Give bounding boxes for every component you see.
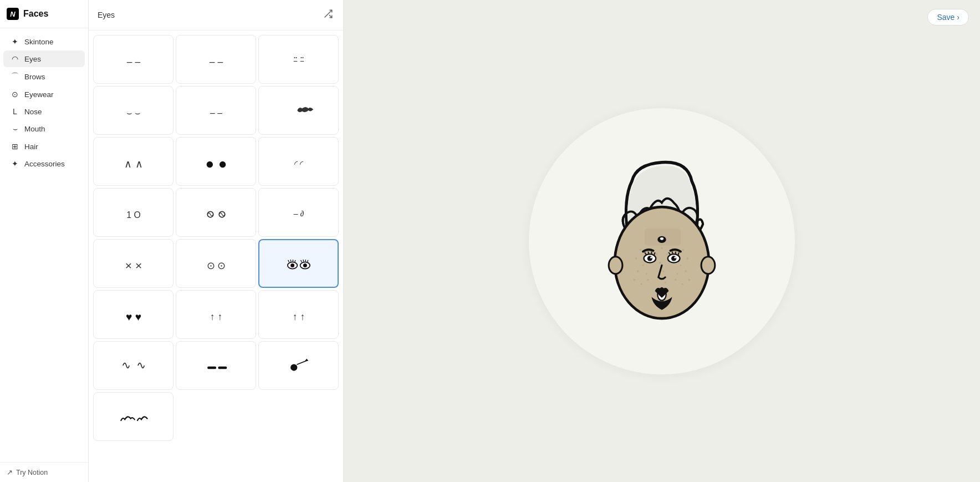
svg-line-25: [303, 260, 303, 262]
svg-point-50: [685, 270, 687, 272]
eye-style-svg-13: × ×: [114, 244, 153, 283]
shuffle-button[interactable]: [322, 8, 334, 22]
eye-option-cell[interactable]: [93, 341, 173, 390]
eye-option-cell[interactable]: – –: [176, 35, 256, 84]
eyes-grid-container: – –– ––̈ –̈⌣ ⌣– –∧ ∧● ●◜ ◜1 O– ∂× ×⊙ ⊙ ♥…: [89, 31, 343, 482]
svg-point-53: [682, 283, 683, 285]
eye-option-cell[interactable]: × ×: [93, 239, 173, 288]
eye-option-cell[interactable]: – –: [93, 35, 173, 84]
eye-option-cell[interactable]: [176, 188, 256, 237]
skintone-icon: ✦: [10, 37, 20, 46]
sidebar: N Faces ✦Skintone◠Eyes⌒Brows⊙EyewearLNos…: [0, 0, 89, 482]
eye-style-svg-10: 1 O: [114, 193, 153, 232]
sidebar-item-skintone[interactable]: ✦Skintone: [3, 33, 85, 50]
svg-text:⌣ ⌣: ⌣ ⌣: [126, 108, 140, 118]
accessories-icon: ✦: [10, 159, 20, 168]
svg-point-44: [640, 283, 642, 285]
notion-logo-icon: N: [7, 8, 19, 20]
eye-option-cell[interactable]: [258, 341, 339, 390]
eye-style-svg-8: ● ●: [197, 142, 236, 181]
eye-option-cell[interactable]: [258, 239, 339, 288]
svg-point-54: [675, 278, 677, 281]
svg-rect-32: [218, 367, 227, 369]
sidebar-item-hair[interactable]: ⊞Hair: [3, 138, 85, 155]
svg-point-49: [680, 264, 681, 266]
eye-style-svg-21: [279, 346, 318, 385]
eye-option-cell[interactable]: ● ●: [176, 137, 256, 186]
mouth-icon: ⌣: [10, 124, 20, 134]
svg-text:– –: – –: [209, 56, 223, 67]
eye-option-cell[interactable]: –̈ –̈: [258, 35, 339, 84]
svg-text:● ●: ● ●: [205, 155, 227, 172]
svg-point-41: [637, 270, 639, 272]
svg-line-24: [300, 260, 302, 262]
sidebar-item-label-nose: Nose: [24, 108, 42, 116]
svg-line-18: [288, 260, 289, 262]
eye-style-svg-3: –̈ –̈: [279, 40, 318, 79]
svg-point-66: [660, 237, 663, 240]
eye-option-cell[interactable]: [93, 392, 173, 441]
svg-text:⊙ ⊙: ⊙ ⊙: [206, 260, 226, 271]
sidebar-item-label-accessories: Accessories: [24, 160, 65, 168]
sidebar-item-label-brows: Brows: [24, 73, 45, 81]
eye-option-cell[interactable]: ⌣ ⌣: [93, 86, 173, 135]
svg-text:– –: – –: [126, 56, 140, 67]
svg-text:–̈  –̈: –̈ –̈: [293, 56, 304, 65]
eye-style-svg-15: [279, 244, 318, 283]
eye-option-cell[interactable]: 1 O: [93, 188, 173, 237]
svg-point-37: [640, 248, 642, 251]
eye-option-cell[interactable]: – –: [176, 86, 256, 135]
sidebar-item-nose[interactable]: LNose: [3, 103, 85, 120]
svg-point-52: [688, 278, 691, 281]
svg-point-68: [647, 256, 652, 261]
try-notion-link[interactable]: ↗ Try Notion: [0, 462, 88, 482]
sidebar-item-eyes[interactable]: ◠Eyes: [3, 50, 85, 67]
app-title: Faces: [23, 9, 48, 19]
save-button[interactable]: Save ›: [927, 9, 969, 26]
eye-option-cell[interactable]: [176, 341, 256, 390]
svg-point-51: [676, 273, 678, 275]
eye-option-cell[interactable]: [258, 86, 339, 135]
eye-option-cell[interactable]: ∧ ∧: [93, 137, 173, 186]
eye-style-svg-4: ⌣ ⌣: [114, 91, 153, 130]
panel-header: Eyes: [89, 0, 343, 31]
face-preview-circle: [529, 108, 795, 374]
svg-point-69: [650, 256, 652, 258]
svg-text:× ×: × ×: [125, 259, 141, 272]
hair-icon: ⊞: [10, 142, 20, 151]
canvas-area: Save ›: [344, 0, 980, 482]
eye-option-cell[interactable]: ◜ ◜: [258, 137, 339, 186]
svg-point-39: [635, 257, 637, 260]
svg-point-57: [666, 253, 668, 255]
sidebar-item-label-eyewear: Eyewear: [24, 90, 54, 99]
svg-text:– –: – –: [210, 108, 222, 118]
svg-text:1  O: 1 O: [126, 210, 140, 220]
nose-icon: L: [10, 107, 20, 116]
eye-option-cell[interactable]: ♥ ♥: [93, 290, 173, 339]
save-arrow-icon: ›: [957, 13, 959, 22]
eye-option-cell[interactable]: – ∂: [258, 188, 339, 237]
svg-point-40: [642, 264, 644, 266]
svg-text:♥ ♥: ♥ ♥: [125, 311, 141, 323]
eye-option-cell[interactable]: ⊙ ⊙: [176, 239, 256, 288]
sidebar-item-eyewear[interactable]: ⊙Eyewear: [3, 86, 85, 103]
svg-point-55: [661, 247, 662, 248]
face-illustration: [573, 147, 751, 336]
sidebar-item-brows[interactable]: ⌒Brows: [3, 68, 85, 85]
sidebar-item-label-eyes: Eyes: [24, 55, 41, 63]
svg-line-19: [290, 260, 291, 262]
sidebar-item-label-skintone: Skintone: [24, 38, 54, 46]
eyes-icon: ◠: [10, 54, 20, 63]
svg-point-61: [665, 281, 666, 283]
svg-point-48: [687, 257, 689, 260]
eye-option-cell[interactable]: ↑ ↑: [176, 290, 256, 339]
sidebar-item-label-hair: Hair: [24, 143, 38, 151]
eye-style-svg-19: [114, 346, 153, 385]
sidebar-item-accessories[interactable]: ✦Accessories: [3, 155, 85, 172]
svg-rect-31: [207, 367, 216, 369]
eye-option-cell[interactable]: ↑ ↑: [258, 290, 339, 339]
sidebar-item-mouth[interactable]: ⌣Mouth: [3, 120, 85, 138]
sidebar-nav: ✦Skintone◠Eyes⌒Brows⊙EyewearLNose⌣Mouth⊞…: [0, 28, 88, 462]
eye-style-svg-11: [197, 193, 236, 232]
svg-point-59: [663, 270, 665, 272]
